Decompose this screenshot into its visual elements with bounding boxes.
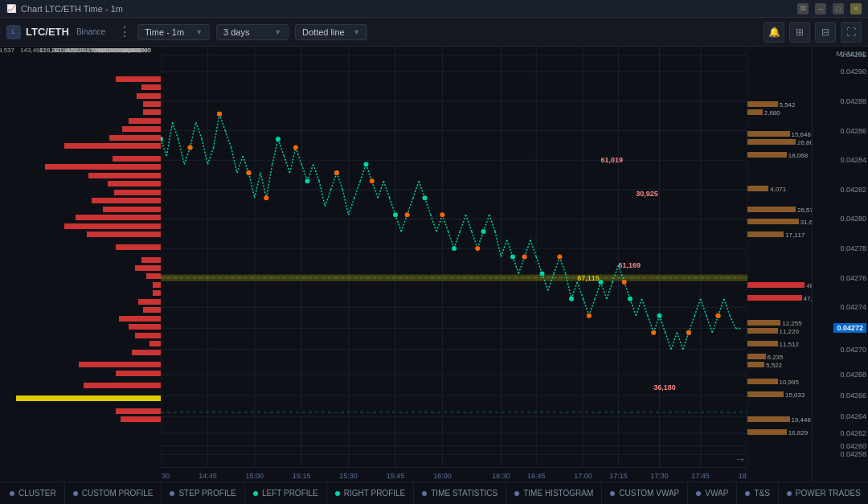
- tab-t&s[interactable]: T&S: [737, 482, 778, 505]
- svg-line-66: [342, 190, 348, 215]
- right-bar-label-16: 10,995: [780, 379, 799, 386]
- time-label-8: 16:45: [527, 472, 546, 480]
- right-profile-panel: 5,5422,68015,64626,80818,0684,07126,5713…: [747, 47, 812, 481]
- left-bar-29: [135, 333, 161, 338]
- tab-step-profile[interactable]: STEP PROFILE: [162, 482, 245, 505]
- left-bar-15: [103, 207, 161, 212]
- tab-dot-4: [335, 491, 340, 496]
- svg-line-106: [577, 282, 583, 299]
- time-label-1: 14:45: [199, 472, 217, 480]
- right-bar-label-1: 2,680: [764, 109, 780, 117]
- left-bar-0: [141, 84, 161, 90]
- svg-line-58: [296, 148, 301, 165]
- svg-line-125: [689, 316, 694, 333]
- left-bar-12: [108, 181, 161, 186]
- tab-custom-profile[interactable]: CUSTOM PROFILE: [65, 482, 162, 505]
- right-bar-18: [747, 416, 790, 422]
- svg-line-89: [477, 232, 483, 248]
- svg-line-69: [360, 164, 366, 181]
- svg-line-45: [219, 114, 225, 131]
- price-label-10: 0.04272: [833, 323, 866, 333]
- svg-line-124: [683, 333, 689, 350]
- grid-btn[interactable]: ⊞: [789, 22, 810, 43]
- svg-line-83: [442, 215, 448, 232]
- tab-dot-6: [514, 491, 519, 496]
- price-label-12: 0.04268: [840, 371, 866, 379]
- svg-line-95: [513, 257, 518, 274]
- price-label-13: 0.04266: [840, 391, 866, 400]
- charttype-select[interactable]: Dotted line ▼: [295, 24, 367, 40]
- right-bar-label-2: 15,646: [792, 131, 811, 138]
- close-btn[interactable]: ✕: [850, 3, 862, 14]
- svg-line-49: [243, 156, 248, 173]
- svg-point-145: [481, 229, 486, 234]
- tab-label-9: T&S: [754, 489, 769, 498]
- symbol-exchange: Binance: [76, 27, 105, 36]
- svg-line-36: [166, 122, 172, 156]
- layout-btn[interactable]: ⊟: [815, 22, 836, 43]
- timeframe-select[interactable]: Time - 1m ▼: [137, 24, 210, 40]
- timeframe-dropdown-arrow: ▼: [195, 28, 203, 36]
- left-bar-18: [87, 232, 161, 237]
- svg-point-156: [247, 170, 252, 175]
- svg-line-96: [518, 257, 524, 274]
- bottom-tabs: CLUSTERCUSTOM PROFILESTEP PROFILELEFT PR…: [0, 481, 868, 504]
- more-options-icon[interactable]: ⋮: [118, 24, 131, 39]
- right-bar-label-7: 31,669: [800, 219, 812, 226]
- period-select[interactable]: 3 days ▼: [216, 24, 289, 40]
- toolbar: L LTC/ETH Binance ⋮ Time - 1m ▼ 3 days ▼…: [0, 18, 868, 47]
- svg-point-166: [587, 313, 592, 318]
- titlebar-controls[interactable]: ⧉ ─ □ ✕: [797, 3, 862, 14]
- svg-line-123: [677, 333, 682, 350]
- svg-point-164: [522, 255, 527, 260]
- tab-time-statistics[interactable]: TIME STATISTICS: [414, 482, 506, 505]
- tab-label-1: CUSTOM PROFILE: [82, 489, 154, 498]
- left-profile-panel: 18,20853,18229,52320,42321,73939,98748,5…: [0, 47, 161, 481]
- chart-main[interactable]: 14:3014:4515:0015:1515:3015:4516:0016:30…: [161, 47, 747, 481]
- price-label-9: 0.04274: [840, 303, 866, 311]
- scroll-right-icon[interactable]: →: [735, 453, 746, 465]
- right-bar-label-6: 26,571: [797, 207, 812, 214]
- left-bar-4: [143, 109, 161, 115]
- minimize-btn[interactable]: ─: [815, 3, 826, 14]
- svg-line-109: [595, 282, 600, 299]
- right-bar-label-13: 11,512: [780, 341, 799, 348]
- tab-label-3: LEFT PROFILE: [262, 489, 318, 498]
- tab-label-7: CUSTOM VWAP: [619, 489, 679, 498]
- restore-btn[interactable]: ⧉: [797, 3, 809, 14]
- left-bar-17: [64, 223, 161, 229]
- svg-line-88: [472, 232, 477, 248]
- right-bar-0: [747, 101, 778, 107]
- left-bar-21: [135, 265, 161, 271]
- tab-custom-vwap[interactable]: CUSTOM VWAP: [602, 482, 688, 505]
- left-bar-31: [132, 350, 161, 355]
- right-bar-16: [747, 379, 778, 384]
- fullscreen-btn[interactable]: ⛶: [841, 22, 862, 43]
- tab-cluster[interactable]: CLUSTER: [2, 482, 65, 505]
- svg-line-54: [272, 139, 278, 164]
- right-bar-label-0: 5,542: [780, 101, 796, 109]
- svg-line-62: [319, 181, 325, 206]
- tab-time-histogram[interactable]: TIME HISTOGRAM: [506, 482, 602, 505]
- time-label-2: 15:00: [246, 472, 264, 480]
- svg-point-167: [622, 280, 627, 285]
- svg-line-119: [653, 316, 659, 333]
- svg-line-99: [536, 257, 542, 274]
- right-bar-label-9: 48,159: [806, 282, 812, 289]
- left-bar-10: [45, 164, 161, 170]
- tab-right-profile[interactable]: RIGHT PROFILE: [327, 482, 415, 505]
- symbol-area: L LTC/ETH Binance: [6, 25, 105, 39]
- tab-left-profile[interactable]: LEFT PROFILE: [245, 482, 327, 505]
- left-bar-8: [64, 143, 161, 149]
- svg-point-168: [651, 330, 656, 335]
- tab-power-trades[interactable]: POWER TRADES: [779, 482, 868, 505]
- svg-point-160: [370, 178, 375, 183]
- svg-line-92: [495, 232, 501, 256]
- maximize-btn[interactable]: □: [833, 3, 844, 14]
- alerts-btn[interactable]: 🔔: [764, 22, 784, 43]
- tab-vwap[interactable]: VWAP: [688, 482, 737, 505]
- tab-label-6: TIME HISTOGRAM: [523, 489, 593, 498]
- left-bar-13: [114, 190, 161, 195]
- price-label-1: 0.04290: [840, 68, 866, 76]
- right-bar-4: [747, 152, 787, 158]
